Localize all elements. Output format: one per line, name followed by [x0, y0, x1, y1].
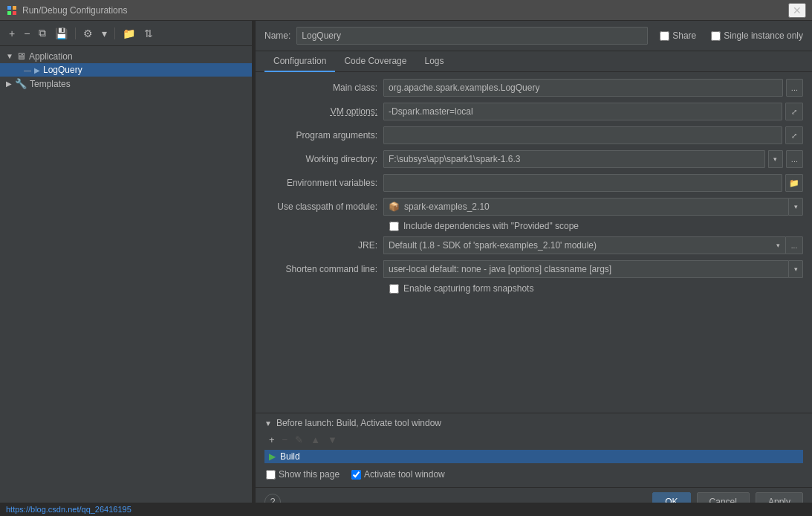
classpath-select[interactable]: 📦 spark-examples_2.10 — [383, 198, 788, 216]
shorten-row: Shorten command line: user-local default… — [264, 259, 803, 279]
bl-up-button[interactable]: ▲ — [308, 433, 323, 447]
tree-arrow-logquery: — — [24, 66, 31, 74]
env-variables-browse-button[interactable]: 📁 — [785, 174, 803, 192]
enable-snapshots-checkbox[interactable] — [389, 284, 399, 294]
bl-add-button[interactable]: + — [266, 433, 278, 447]
before-launch-title: Before launch: Build, Activate tool wind… — [276, 418, 441, 428]
bl-remove-button[interactable]: − — [279, 433, 291, 447]
tab-bar: Configuration Code Coverage Logs — [256, 51, 812, 72]
before-launch-header[interactable]: ▼ Before launch: Build, Activate tool wi… — [264, 418, 803, 428]
env-variables-wrap: 📁 — [383, 174, 803, 192]
main-class-row: Main class: ... — [264, 78, 803, 97]
classpath-label: Use classpath of module: — [264, 201, 383, 212]
chevron-down-button[interactable]: ▾ — [99, 26, 110, 41]
show-page-item: Show this page — [266, 469, 340, 480]
vm-options-input[interactable] — [383, 103, 782, 120]
program-arguments-expand-button[interactable]: ⤢ — [785, 126, 803, 144]
activate-checkbox[interactable] — [351, 470, 361, 480]
toolbar-separator-2 — [114, 28, 115, 39]
sort-button[interactable]: ⇅ — [141, 26, 156, 41]
enable-snapshots-label[interactable]: Enable capturing form snapshots — [403, 283, 533, 294]
name-row: Name: Share Single instance only — [256, 21, 812, 51]
jre-label: JRE: — [264, 240, 383, 251]
copy-config-button[interactable]: ⧉ — [36, 25, 49, 41]
share-option: Share — [660, 30, 696, 41]
tab-logs[interactable]: Logs — [415, 51, 452, 72]
folder-button[interactable]: 📁 — [120, 26, 138, 41]
url-bar: https://blog.csdn.net/qq_26416195 — [0, 503, 812, 516]
share-checkbox[interactable] — [660, 31, 669, 41]
working-directory-browse-button[interactable]: ... — [786, 150, 803, 168]
remove-config-button[interactable]: − — [21, 26, 33, 41]
name-input[interactable] — [296, 27, 648, 45]
jre-select[interactable]: Default (1.8 - SDK of 'spark-examples_2.… — [383, 236, 770, 254]
main-class-input[interactable] — [383, 79, 783, 97]
working-directory-label: Working directory: — [264, 154, 383, 164]
include-dependencies-row: Include dependencies with "Provided" sco… — [264, 221, 803, 231]
classpath-row: Use classpath of module: 📦 spark-example… — [264, 197, 803, 216]
before-launch-toolbar: + − ✎ ▲ ▼ — [264, 433, 803, 447]
tree-arrow-templates: ▶ — [6, 80, 12, 88]
env-variables-input[interactable] — [383, 174, 782, 192]
left-panel: + − ⧉ 💾 ⚙ ▾ 📁 ⇅ ▼ 🖥 Application — ▶ LogQ… — [0, 21, 253, 516]
env-variables-label: Environment variables: — [264, 178, 383, 188]
tree-item-logquery[interactable]: — ▶ LogQuery — [0, 63, 252, 77]
build-label: Build — [280, 451, 300, 462]
tree-item-templates[interactable]: ▶ 🔧 Templates — [0, 77, 252, 91]
before-launch-arrow: ▼ — [264, 419, 272, 428]
classpath-value: spark-examples_2.10 — [404, 201, 490, 212]
window-title: Run/Debug Configurations — [22, 5, 788, 16]
logquery-label: LogQuery — [43, 65, 82, 75]
include-dependencies-checkbox[interactable] — [389, 222, 399, 231]
shorten-label: Shorten command line: — [264, 264, 383, 274]
working-directory-dropdown-button[interactable]: ▾ — [768, 150, 783, 168]
main-class-wrap: ... — [383, 79, 803, 97]
logquery-icon: ▶ — [34, 66, 40, 74]
module-icon: 📦 — [389, 201, 400, 212]
jre-dropdown-button[interactable]: ▾ — [770, 236, 785, 254]
single-instance-label[interactable]: Single instance only — [724, 30, 803, 41]
vm-options-expand-button[interactable]: ⤢ — [785, 103, 803, 120]
svg-rect-0 — [7, 6, 11, 10]
classpath-wrap: 📦 spark-examples_2.10 ▾ — [383, 198, 803, 216]
tab-configuration[interactable]: Configuration — [264, 51, 335, 72]
program-arguments-input[interactable] — [383, 126, 782, 144]
svg-rect-3 — [13, 11, 16, 15]
shorten-dropdown-button[interactable]: ▾ — [788, 260, 803, 278]
application-icon: 🖥 — [16, 51, 26, 62]
show-page-checkbox[interactable] — [266, 470, 276, 480]
shorten-select[interactable]: user-local default: none - java [options… — [383, 260, 788, 278]
single-instance-option: Single instance only — [711, 30, 803, 41]
build-icon: ▶ — [269, 451, 276, 462]
program-arguments-row: Program arguments: ⤢ — [264, 126, 803, 145]
activate-label[interactable]: Activate tool window — [364, 469, 445, 480]
bl-down-button[interactable]: ▼ — [325, 433, 340, 447]
url-text: https://blog.csdn.net/qq_26416195 — [6, 505, 131, 514]
bl-edit-button[interactable]: ✎ — [292, 433, 306, 447]
main-class-browse-button[interactable]: ... — [786, 79, 803, 97]
single-instance-checkbox[interactable] — [711, 31, 721, 41]
shorten-value: user-local default: none - java [options… — [389, 264, 611, 274]
include-dependencies-label[interactable]: Include dependencies with "Provided" sco… — [403, 221, 579, 231]
tab-code-coverage[interactable]: Code Coverage — [335, 51, 415, 72]
working-directory-input[interactable] — [383, 150, 765, 168]
jre-browse-button[interactable]: ... — [785, 236, 803, 254]
close-button[interactable]: ✕ — [788, 3, 806, 18]
build-row[interactable]: ▶ Build — [264, 450, 803, 463]
config-content: Main class: ... VM options: ⤢ Program ar… — [256, 72, 812, 413]
config-tree: ▼ 🖥 Application — ▶ LogQuery ▶ 🔧 Templat… — [0, 46, 252, 516]
activate-item: Activate tool window — [351, 469, 445, 480]
save-config-button[interactable]: 💾 — [52, 26, 71, 41]
classpath-dropdown-button[interactable]: ▾ — [788, 198, 803, 216]
tree-toolbar: + − ⧉ 💾 ⚙ ▾ 📁 ⇅ — [0, 21, 252, 46]
show-page-label[interactable]: Show this page — [279, 469, 340, 480]
share-label[interactable]: Share — [672, 30, 696, 41]
tree-item-application[interactable]: ▼ 🖥 Application — [0, 49, 252, 63]
templates-label: Templates — [30, 79, 71, 89]
settings-button[interactable]: ⚙ — [80, 26, 96, 41]
add-config-button[interactable]: + — [6, 26, 18, 41]
main-layout: + − ⧉ 💾 ⚙ ▾ 📁 ⇅ ▼ 🖥 Application — ▶ LogQ… — [0, 21, 812, 516]
before-launch-section: ▼ Before launch: Build, Activate tool wi… — [256, 413, 812, 487]
name-label: Name: — [264, 30, 290, 41]
working-directory-row: Working directory: ▾ ... — [264, 149, 803, 169]
